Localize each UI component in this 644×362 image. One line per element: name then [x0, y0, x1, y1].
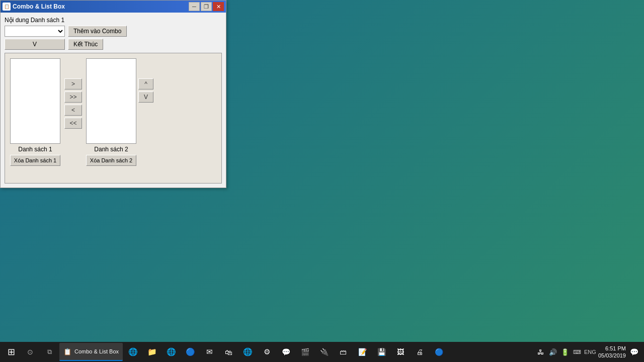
explorer-icon[interactable]: 📁 [143, 343, 161, 361]
list2-label: Danh sách 2 [94, 146, 128, 153]
settings-icon[interactable]: ⚙ [258, 343, 276, 361]
window-body: Nội dung Danh sách 1 Thêm vào Combo V Kế… [1, 13, 226, 188]
v-button[interactable]: V [5, 39, 65, 50]
move-all-right-button[interactable]: >> [64, 92, 82, 103]
them-vao-combo-button[interactable]: Thêm vào Combo [68, 26, 127, 37]
window-title: Combo & List Box [13, 3, 65, 10]
xoa-danh-sach-2-button[interactable]: Xóa Danh sách 2 [86, 155, 136, 166]
title-bar: 📋 Combo & List Box ─ ❐ ✕ [1, 1, 226, 13]
danh-sach-label: Nội dung Danh sách 1 [5, 17, 222, 24]
sort-col: ^ V [136, 78, 155, 103]
search-button[interactable]: ⊙ [21, 343, 39, 361]
window-icon: 📋 [3, 3, 11, 11]
clock[interactable]: 6:51 PM 05/03/2019 [598, 345, 626, 359]
ie-icon[interactable]: 🌐 [124, 343, 142, 361]
arrow-col: > >> < << [60, 78, 86, 129]
metro-icon[interactable]: 💬 [277, 343, 295, 361]
plugin-icon[interactable]: 🔌 [315, 343, 333, 361]
main-panel: Danh sách 1 Xóa Danh sách 1 > >> < << Da… [5, 53, 222, 184]
browser-icon2[interactable]: 🌐 [238, 343, 257, 361]
taskbar-right: 🖧 🔊 🔋 ⌨ ENG 6:51 PM 05/03/2019 💬 [536, 345, 642, 359]
chrome-icon[interactable]: 🔵 [181, 343, 199, 361]
list1-container: Danh sách 1 Xóa Danh sách 1 [10, 58, 60, 166]
ket-thuc-button[interactable]: Kết Thúc [68, 39, 103, 50]
top-controls-row1: Thêm vào Combo [5, 26, 222, 37]
vb-icon[interactable]: 💾 [372, 343, 390, 361]
keyboard-icon[interactable]: ⌨ [572, 347, 582, 357]
pic-icon[interactable]: 🖼 [391, 343, 410, 361]
move-left-button[interactable]: < [64, 105, 82, 116]
close-button[interactable]: ✕ [213, 2, 224, 11]
edge-icon[interactable]: 🌐 [162, 343, 180, 361]
clock-time: 6:51 PM [605, 345, 626, 352]
vs-icon[interactable]: 📝 [353, 343, 371, 361]
clock-date: 05/03/2019 [598, 352, 626, 359]
title-bar-left: 📋 Combo & List Box [3, 3, 65, 11]
main-window: 📋 Combo & List Box ─ ❐ ✕ Nội dung Danh s… [0, 0, 226, 188]
app-label: Combo & List Box [74, 348, 119, 354]
move-right-button[interactable]: > [64, 78, 82, 89]
network-icon[interactable]: 🖧 [536, 347, 546, 357]
taskbar-app-combo[interactable]: 📋 Combo & List Box [59, 343, 123, 361]
volume-icon[interactable]: 🔊 [548, 347, 558, 357]
video-icon[interactable]: 🎬 [296, 343, 314, 361]
print-icon[interactable]: 🖨 [411, 343, 429, 361]
store-icon[interactable]: 🛍 [219, 343, 237, 361]
sys-tray: 🖧 🔊 🔋 ⌨ [536, 347, 582, 357]
combo-select[interactable] [5, 26, 65, 37]
start-button[interactable]: ⊞ [2, 343, 20, 361]
battery-icon[interactable]: 🔋 [560, 347, 570, 357]
top-controls-row2: V Kết Thúc [5, 39, 222, 50]
list1-label: Danh sách 1 [18, 146, 52, 153]
listbox-1[interactable] [10, 58, 60, 144]
move-all-left-button[interactable]: << [64, 118, 82, 129]
listbox-2[interactable] [86, 58, 136, 144]
database-icon[interactable]: 🗃 [334, 343, 352, 361]
list2-container: Danh sách 2 Xóa Danh sách 2 [86, 58, 136, 166]
sort-up-button[interactable]: ^ [138, 78, 153, 89]
mail-icon[interactable]: ✉ [200, 343, 218, 361]
xoa-danh-sach-1-button[interactable]: Xóa Danh sách 1 [10, 155, 60, 166]
taskbar: ⊞ ⊙ ⧉ 📋 Combo & List Box 🌐 📁 🌐 🔵 ✉ 🛍 🌐 ⚙… [0, 342, 644, 362]
app-icon: 📋 [63, 348, 71, 355]
restore-button[interactable]: ❐ [201, 2, 212, 11]
task-view-button[interactable]: ⧉ [40, 343, 58, 361]
lang-indicator[interactable]: ENG [585, 347, 595, 357]
minimize-button[interactable]: ─ [189, 2, 200, 11]
sort-down-button[interactable]: V [138, 92, 153, 103]
notification-icon[interactable]: 💬 [629, 347, 639, 357]
title-bar-buttons: ─ ❐ ✕ [189, 2, 224, 11]
bluetooth-icon[interactable]: 🔵 [430, 343, 448, 361]
